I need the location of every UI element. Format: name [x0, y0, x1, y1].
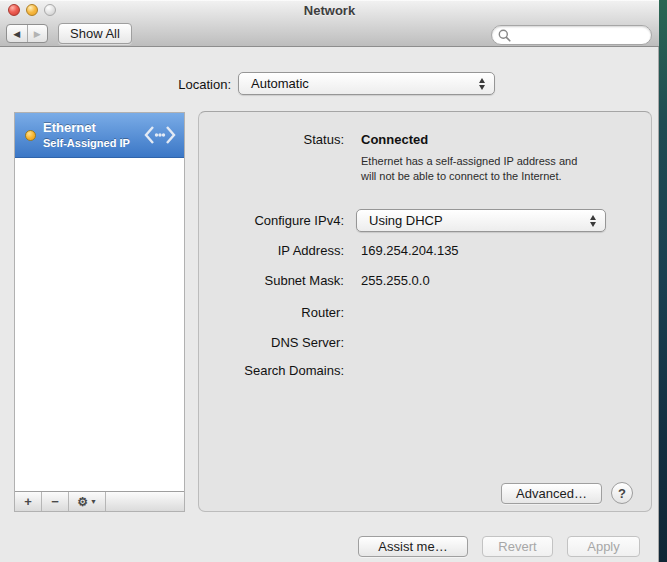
location-popup-value: Automatic [251, 76, 309, 91]
gear-icon: ⚙ [77, 495, 88, 509]
status-description: Ethernet has a self-assigned IP address … [361, 154, 633, 184]
configure-ipv4-row: Configure IPv4: Using DHCP [199, 209, 651, 232]
popup-stepper-icon [479, 78, 485, 90]
subnet-mask-label: Subnet Mask: [199, 273, 344, 288]
router-label: Router: [199, 305, 344, 320]
status-description-line2: will not be able to connect to the Inter… [361, 169, 633, 184]
router-row: Router: [199, 304, 651, 320]
window-header: Network ◀ ▶ Show All [0, 0, 659, 47]
configure-ipv4-popup[interactable]: Using DHCP [356, 209, 606, 232]
sidebar-item-subtitle: Self-Assigned IP [43, 136, 130, 150]
dns-server-row: DNS Server: [199, 334, 651, 350]
sidebar-item-title: Ethernet [43, 119, 130, 136]
status-description-line1: Ethernet has a self-assigned IP address … [361, 154, 633, 169]
nav-history-control: ◀ ▶ [6, 24, 48, 43]
dns-server-label: DNS Server: [199, 335, 344, 350]
back-button[interactable]: ◀ [7, 25, 28, 42]
sidebar-item-ethernet[interactable]: Ethernet Self-Assigned IP [15, 113, 184, 158]
forward-icon: ▶ [34, 29, 41, 39]
search-domains-label: Search Domains: [199, 363, 344, 378]
back-icon: ◀ [13, 29, 20, 39]
subnet-mask-row: Subnet Mask: 255.255.0.0 [199, 272, 651, 288]
configure-ipv4-label: Configure IPv4: [199, 213, 344, 228]
ip-address-label: IP Address: [199, 243, 344, 258]
show-all-button[interactable]: Show All [58, 23, 132, 44]
apply-button[interactable]: Apply [567, 536, 640, 557]
location-popup[interactable]: Automatic [238, 72, 495, 95]
window-title: Network [0, 3, 659, 18]
desktop-wallpaper [659, 0, 667, 562]
search-field[interactable] [491, 25, 652, 45]
network-preferences-window: Network ◀ ▶ Show All Location: Automatic [0, 0, 659, 562]
ip-address-value: 169.254.204.135 [361, 243, 459, 258]
status-warning-dot-icon [25, 130, 36, 141]
location-label: Location: [100, 77, 231, 92]
chevron-down-icon: ▼ [90, 498, 97, 505]
search-icon [498, 29, 511, 42]
ethernet-icon [143, 125, 177, 145]
status-label: Status: [199, 132, 344, 147]
assist-me-button[interactable]: Assist me… [358, 536, 468, 557]
sidebar-item-texts: Ethernet Self-Assigned IP [43, 119, 130, 150]
forward-button[interactable]: ▶ [28, 25, 48, 42]
search-domains-row: Search Domains: [199, 362, 651, 378]
services-sidebar: Ethernet Self-Assigned IP + − ⚙▼ [14, 112, 185, 512]
subnet-mask-value: 255.255.0.0 [361, 273, 430, 288]
advanced-button[interactable]: Advanced… [501, 483, 602, 504]
ip-address-row: IP Address: 169.254.204.135 [199, 242, 651, 258]
screen: Network ◀ ▶ Show All Location: Automatic [0, 0, 667, 562]
popup-stepper-icon [590, 215, 596, 227]
revert-button[interactable]: Revert [482, 536, 553, 557]
sidebar-action-bar: + − ⚙▼ [15, 491, 184, 511]
search-input[interactable] [515, 28, 645, 42]
status-value: Connected [361, 132, 428, 147]
configure-ipv4-value: Using DHCP [369, 213, 443, 228]
add-service-button[interactable]: + [15, 492, 42, 511]
action-menu-button[interactable]: ⚙▼ [69, 492, 106, 511]
help-button[interactable]: ? [611, 482, 633, 504]
remove-service-button[interactable]: − [42, 492, 69, 511]
status-row: Status: Connected [199, 131, 651, 147]
connection-detail-panel: Status: Connected Ethernet has a self-as… [198, 111, 652, 512]
